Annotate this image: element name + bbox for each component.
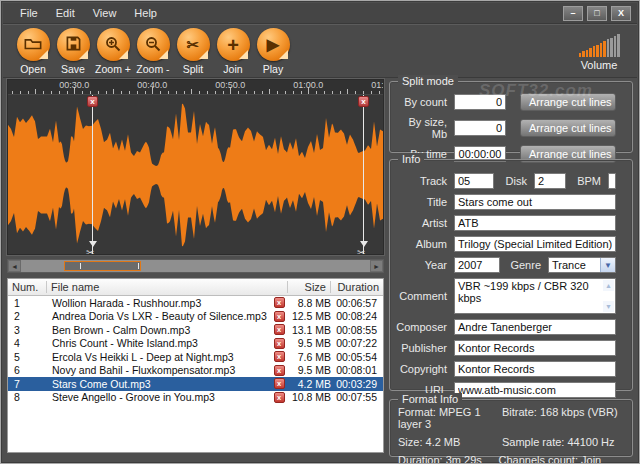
- publisher-label: Publisher: [394, 342, 454, 354]
- title-label: Title: [394, 196, 454, 208]
- menubar: File Edit View Help – □ X: [3, 3, 637, 24]
- play-icon: ▶: [267, 37, 279, 53]
- disk-input[interactable]: [534, 173, 566, 189]
- delete-track-icon[interactable]: x: [274, 365, 285, 376]
- channels-value: Channels count: Join Stereo: [498, 454, 632, 464]
- minimize-button[interactable]: –: [563, 6, 583, 21]
- playlist-row[interactable]: 4Chris Count - White Island.mp3x9.5 MB00…: [8, 337, 383, 351]
- play-button[interactable]: ▶ Play: [253, 28, 293, 75]
- comment-input[interactable]: VBR ~199 kbps / CBR 320 kbps ▲ ▼: [454, 278, 616, 314]
- format-info-group: Format Info Format: MPEG 1 layer 3Bitrat…: [389, 399, 633, 457]
- save-button[interactable]: Save: [53, 28, 93, 75]
- copyright-label: Copyright: [394, 363, 454, 375]
- split-mode-group: Split mode By count Arrange cut lines By…: [389, 81, 633, 153]
- playlist-row[interactable]: 7Stars Come Out.mp3x4.2 MB00:03:29: [8, 377, 383, 391]
- playlist-row[interactable]: 6Novy and Bahil - Fluxkompensator.mp3x9.…: [8, 364, 383, 378]
- column-filename[interactable]: File name: [47, 281, 287, 293]
- zoom-out-button[interactable]: Zoom -: [133, 28, 173, 75]
- playlist-body: 1Wollion Harada - Rushhour.mp3x8.8 MB00:…: [8, 296, 383, 404]
- column-size[interactable]: Size: [288, 281, 330, 293]
- duration-value: Duration: 3m 29s: [390, 454, 498, 464]
- by-count-label: By count: [394, 96, 454, 108]
- by-size-input[interactable]: [454, 120, 506, 136]
- info-title: Info: [398, 153, 424, 165]
- delete-track-icon[interactable]: x: [274, 338, 285, 349]
- close-button[interactable]: X: [611, 6, 631, 21]
- artist-input[interactable]: [454, 215, 616, 231]
- scroll-down-icon[interactable]: ▼: [603, 301, 614, 312]
- cut-scissors-icon: ✂: [357, 247, 365, 255]
- maximize-button[interactable]: □: [587, 6, 607, 21]
- window-controls: – □ X: [563, 6, 631, 21]
- ruler-time-label: 01:00.0: [293, 80, 323, 90]
- bitrate-value: Bitrate: 168 kbps (VBR): [502, 406, 618, 430]
- artist-label: Artist: [394, 217, 454, 229]
- split-button[interactable]: ✂ Split: [173, 28, 213, 75]
- waveform-scrollbar[interactable]: ◄ ►: [7, 259, 384, 273]
- album-input[interactable]: [454, 236, 616, 252]
- album-label: Album: [394, 238, 454, 250]
- scroll-up-icon[interactable]: ▲: [603, 280, 614, 291]
- magnifier-plus-icon: [105, 36, 121, 54]
- remove-cut-line-icon[interactable]: x: [358, 96, 369, 107]
- volume-bars-icon: [573, 33, 625, 57]
- menu-file[interactable]: File: [11, 5, 47, 21]
- menu-edit[interactable]: Edit: [47, 5, 84, 21]
- magnifier-minus-icon: [145, 36, 161, 54]
- right-panel: Split mode By count Arrange cut lines By…: [389, 79, 635, 459]
- delete-track-icon[interactable]: x: [274, 351, 285, 362]
- waveform-panel: 00:30.000:40.000:50.001:00.001:10.0 x✂x✂: [7, 79, 384, 255]
- open-button[interactable]: Open: [13, 28, 53, 75]
- menu-help[interactable]: Help: [125, 5, 166, 21]
- publisher-input[interactable]: [454, 340, 616, 356]
- cut-line[interactable]: x✂: [363, 95, 364, 255]
- year-label: Year: [394, 259, 454, 271]
- cut-line[interactable]: x✂: [92, 95, 93, 255]
- open-folder-icon: [24, 37, 42, 52]
- dropdown-arrow-icon[interactable]: ▼: [600, 258, 615, 272]
- playlist-row[interactable]: 8Steve Angello - Groove in You.mp3x10.8 …: [8, 391, 383, 405]
- delete-track-icon[interactable]: x: [274, 324, 285, 335]
- playlist-row[interactable]: 5Ercola Vs Heikki L - Deep at Night.mp3x…: [8, 350, 383, 364]
- format-info-title: Format Info: [398, 393, 462, 405]
- playlist-row[interactable]: 1Wollion Harada - Rushhour.mp3x8.8 MB00:…: [8, 296, 383, 310]
- scroll-left-arrow-icon[interactable]: ◄: [8, 260, 21, 272]
- scissors-icon: ✂: [187, 37, 200, 52]
- column-duration[interactable]: Duration: [331, 281, 383, 293]
- volume-control[interactable]: Volume: [573, 33, 625, 71]
- arrange-cut-lines-count-button[interactable]: Arrange cut lines: [520, 93, 616, 111]
- waveform-display[interactable]: x✂x✂: [8, 95, 383, 255]
- delete-track-icon[interactable]: x: [274, 378, 285, 389]
- bpm-label: BPM: [566, 175, 608, 187]
- copyright-input[interactable]: [454, 361, 616, 377]
- samplerate-value: Sample rate: 44100 Hz: [502, 436, 615, 448]
- title-input[interactable]: [454, 194, 616, 210]
- join-button[interactable]: + Join: [213, 28, 253, 75]
- size-value: Size: 4.2 MB: [390, 436, 502, 448]
- ruler-time-label: 01:10.0: [371, 80, 384, 90]
- delete-track-icon[interactable]: x: [274, 311, 285, 322]
- bpm-input[interactable]: [608, 173, 616, 189]
- delete-track-icon[interactable]: x: [274, 297, 285, 308]
- info-group: Info Track Disk BPM Title Artist Album: [389, 159, 633, 391]
- composer-input[interactable]: [454, 319, 616, 335]
- genre-label: Genre: [500, 259, 548, 271]
- column-num[interactable]: Num.: [8, 281, 46, 293]
- year-input[interactable]: [454, 257, 500, 273]
- remove-cut-line-icon[interactable]: x: [87, 96, 98, 107]
- playlist-row[interactable]: 2Andrea Doria Vs LXR - Beauty of Silence…: [8, 310, 383, 324]
- track-input[interactable]: [454, 173, 494, 189]
- arrange-cut-lines-size-button[interactable]: Arrange cut lines: [520, 119, 616, 137]
- delete-track-icon[interactable]: x: [274, 392, 285, 403]
- track-label: Track: [394, 175, 454, 187]
- by-count-input[interactable]: [454, 94, 506, 110]
- genre-select[interactable]: Trance ▼: [548, 257, 616, 273]
- cut-scissors-icon: ✂: [86, 247, 94, 255]
- playlist-row[interactable]: 3Ben Brown - Calm Down.mp3x13.1 MB00:08:…: [8, 323, 383, 337]
- scroll-right-arrow-icon[interactable]: ►: [370, 260, 383, 272]
- url-input[interactable]: [454, 382, 616, 398]
- menu-view[interactable]: View: [84, 5, 126, 21]
- zoom-in-button[interactable]: Zoom +: [93, 28, 133, 75]
- visible-range-handle[interactable]: [64, 261, 141, 271]
- comment-label: Comment: [394, 290, 454, 302]
